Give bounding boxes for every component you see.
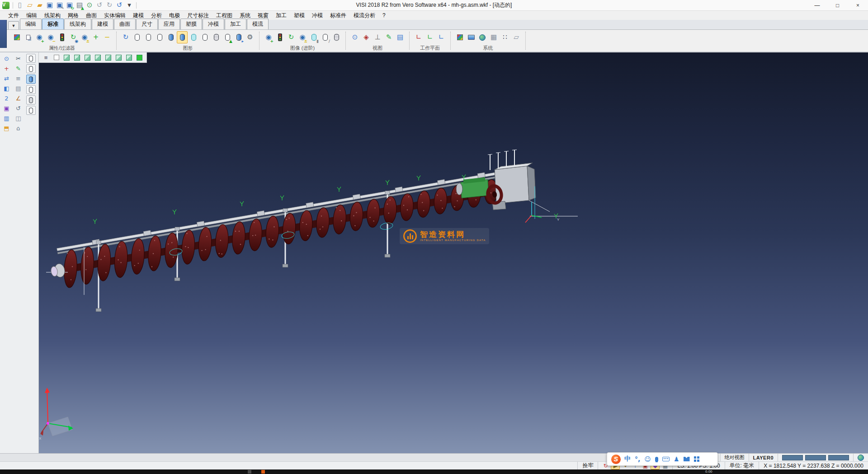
windows-taskbar-edge[interactable]: 0.00 (0, 469, 868, 474)
hide-entity-icon[interactable]: ◉− (45, 31, 56, 43)
transform-icon[interactable]: ⇄ (1, 74, 12, 83)
wireframe-cylinder-icon[interactable] (132, 31, 142, 43)
dynamic-view-icon[interactable]: ◈ (361, 31, 372, 43)
hidden-line-cylinder-icon[interactable] (143, 31, 154, 43)
sketch-view-icon[interactable]: ✎ (383, 31, 394, 43)
adv-traffic-light-icon[interactable] (274, 31, 285, 43)
viewport-hscrollbar[interactable] (0, 454, 670, 461)
toggle-visibility-icon[interactable]: ◉± (79, 31, 90, 43)
units-cell[interactable]: 单位: 毫米 (725, 462, 759, 469)
visi-logo[interactable]: V (1, 1, 10, 10)
tab-应用[interactable]: 应用 (158, 19, 180, 29)
view-iso-button-3[interactable] (83, 53, 92, 62)
monitor-icon[interactable] (466, 31, 476, 43)
menu-item-模流分析[interactable]: 模流分析 (350, 11, 379, 20)
home-icon[interactable]: ⌂ (13, 123, 24, 133)
lock-cell[interactable]: 拴牢 (577, 462, 598, 469)
display-hidden-button[interactable] (26, 64, 36, 73)
multi-shading-cylinder-icon[interactable]: ▸ (233, 31, 244, 43)
layer-color-swatch[interactable] (828, 455, 849, 460)
display-wireframe-button[interactable] (26, 54, 36, 63)
refresh-visibility-icon[interactable]: ↻◉ (68, 31, 79, 43)
tab-模流[interactable]: 模流 (247, 19, 269, 29)
ime-keyboard-icon[interactable] (662, 457, 670, 461)
striped-cylinder-icon[interactable] (211, 31, 222, 43)
view-iso-button-7[interactable] (124, 53, 134, 62)
ime-punctuation-icon[interactable]: °, (635, 455, 640, 463)
3d-scene[interactable]: YX (39, 52, 868, 453)
docked-panel-strip[interactable] (0, 20, 7, 48)
clipboard-icon[interactable]: ◫ (13, 114, 24, 123)
grid-icon[interactable]: ▦ (488, 31, 499, 43)
clip-plane-icon[interactable]: ∕ (320, 31, 330, 43)
axes-icon[interactable]: + (1, 64, 12, 73)
tab-建模[interactable]: 建模 (92, 19, 113, 29)
open-assembly-icon[interactable]: ▰ (35, 1, 44, 10)
ime-language-icon[interactable]: 中 (624, 455, 631, 463)
history-icon[interactable]: ↺ (13, 104, 24, 113)
adv-refresh-icon[interactable]: ↻ (286, 31, 297, 43)
plane-grid-icon[interactable]: ▱ (511, 31, 522, 43)
menu-item-加工[interactable]: 加工 (272, 11, 290, 20)
dynamic-shading-cylinder-icon[interactable]: ▲ (222, 31, 233, 43)
ime-emoji-icon[interactable]: ☺ (644, 455, 651, 463)
ime-toolbar[interactable]: S 中°,☺♟ (607, 452, 718, 466)
zoom-view-icon[interactable]: ⊙ (349, 31, 360, 43)
tab-线架构[interactable]: 线架构 (64, 19, 91, 29)
zoom-select-icon[interactable]: ⊙ (1, 54, 12, 63)
tab-加工[interactable]: 加工 (225, 19, 246, 29)
minimize-button[interactable]: — (807, 0, 827, 10)
taskbar-app-icon-active[interactable] (261, 470, 265, 474)
print-icon[interactable]: ▤▲ (75, 1, 84, 10)
table-icon[interactable]: ▥ (1, 114, 12, 123)
view-iso-button-6[interactable] (114, 53, 123, 62)
workplane-align-icon[interactable]: ∟ (425, 31, 435, 43)
save-icon[interactable]: ▣ (45, 1, 54, 10)
display-transparent-button[interactable] (26, 85, 36, 94)
fill-icon[interactable]: ⬒ (1, 123, 12, 133)
ime-person-icon[interactable]: ♟ (674, 455, 679, 463)
measure-icon[interactable]: ∠ (13, 94, 24, 103)
shaded-edges-cylinder-icon[interactable] (177, 31, 188, 43)
notepad-icon[interactable]: ▤ (13, 84, 24, 93)
menu-item-标准件[interactable]: 标准件 (326, 11, 350, 20)
menu-item-冲模[interactable]: 冲模 (308, 11, 326, 20)
show-entity-icon[interactable]: ◉+ (34, 31, 45, 43)
redo-icon[interactable]: ↻ (105, 1, 114, 10)
transparent-cylinder-icon[interactable] (188, 31, 199, 43)
tab-标准[interactable]: 标准 (42, 19, 64, 29)
workplane-free-icon[interactable]: ∟ (436, 31, 447, 43)
tab-尺寸[interactable]: 尺寸 (136, 19, 158, 29)
view-shaded-iso-button[interactable] (135, 53, 144, 62)
tab-塑膜[interactable]: 塑膜 (180, 19, 202, 29)
open-file-icon[interactable]: ▱ (25, 1, 34, 10)
ghost-view-icon[interactable] (331, 31, 342, 43)
display-stripe-button[interactable] (26, 95, 36, 104)
view-iso-button-2[interactable] (72, 53, 82, 62)
filter-traffic-light-icon[interactable] (57, 31, 67, 43)
view-iso-button-4[interactable] (93, 53, 103, 62)
sogou-logo-icon[interactable]: S (611, 455, 621, 464)
3d-viewport[interactable]: YX ≡ 智造资料网 INTELLIGENT MANUFACTURING DAT… (39, 52, 868, 453)
sketch-icon[interactable]: ✎ (13, 64, 24, 73)
axonometric-view-icon[interactable]: ⊥ (372, 31, 383, 43)
view-menu-button[interactable]: ≡ (41, 53, 51, 62)
print-preview-icon[interactable]: ⊙ (85, 1, 94, 10)
wire-shade-cylinder-icon[interactable] (199, 31, 210, 43)
layer-color-swatch[interactable] (805, 455, 826, 460)
adv-toggle-icon[interactable]: ◉± (297, 31, 308, 43)
attribute-copy-icon[interactable] (23, 31, 33, 43)
color-table-icon[interactable] (454, 31, 465, 43)
view-plan-button[interactable] (52, 53, 61, 62)
trim-icon[interactable]: ✂ (13, 54, 24, 63)
palette-icon[interactable]: ◧ (1, 84, 12, 93)
attribute-paint-icon[interactable] (11, 31, 22, 43)
undo-icon[interactable]: ↺ (95, 1, 104, 10)
two-d-icon[interactable]: 2 (1, 94, 12, 103)
tab-曲面[interactable]: 曲面 (114, 19, 136, 29)
refresh-shading-icon[interactable]: ↻ (120, 31, 131, 43)
dashed-cylinder-icon[interactable] (154, 31, 165, 43)
hide-all-icon[interactable]: − (102, 31, 113, 43)
layers-icon[interactable]: ≡ (13, 74, 24, 83)
tab-编辑[interactable]: 编辑 (20, 19, 42, 29)
